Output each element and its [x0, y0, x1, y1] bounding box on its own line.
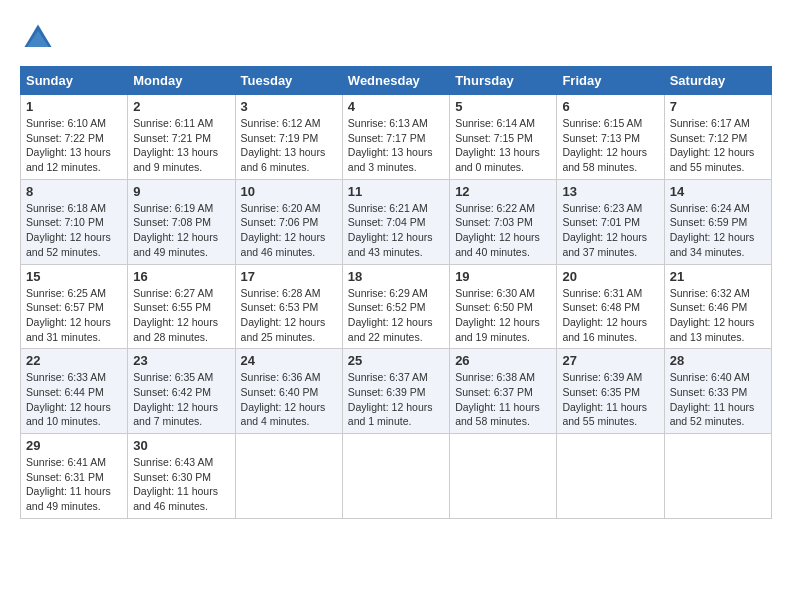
day-number: 24 [241, 353, 337, 368]
day-detail: Sunrise: 6:32 AMSunset: 6:46 PMDaylight:… [670, 287, 755, 343]
day-detail: Sunrise: 6:29 AMSunset: 6:52 PMDaylight:… [348, 287, 433, 343]
calendar-day-19: 19 Sunrise: 6:30 AMSunset: 6:50 PMDaylig… [450, 264, 557, 349]
day-detail: Sunrise: 6:43 AMSunset: 6:30 PMDaylight:… [133, 456, 218, 512]
weekday-header-thursday: Thursday [450, 67, 557, 95]
day-detail: Sunrise: 6:23 AMSunset: 7:01 PMDaylight:… [562, 202, 647, 258]
day-number: 23 [133, 353, 229, 368]
calendar-day-13: 13 Sunrise: 6:23 AMSunset: 7:01 PMDaylig… [557, 179, 664, 264]
empty-cell [664, 434, 771, 519]
day-number: 10 [241, 184, 337, 199]
calendar-day-3: 3 Sunrise: 6:12 AMSunset: 7:19 PMDayligh… [235, 95, 342, 180]
day-number: 22 [26, 353, 122, 368]
weekday-header-sunday: Sunday [21, 67, 128, 95]
day-number: 8 [26, 184, 122, 199]
day-detail: Sunrise: 6:38 AMSunset: 6:37 PMDaylight:… [455, 371, 540, 427]
calendar-day-6: 6 Sunrise: 6:15 AMSunset: 7:13 PMDayligh… [557, 95, 664, 180]
day-detail: Sunrise: 6:25 AMSunset: 6:57 PMDaylight:… [26, 287, 111, 343]
calendar-day-30: 30 Sunrise: 6:43 AMSunset: 6:30 PMDaylig… [128, 434, 235, 519]
calendar-week-4: 22 Sunrise: 6:33 AMSunset: 6:44 PMDaylig… [21, 349, 772, 434]
calendar-day-24: 24 Sunrise: 6:36 AMSunset: 6:40 PMDaylig… [235, 349, 342, 434]
calendar-day-2: 2 Sunrise: 6:11 AMSunset: 7:21 PMDayligh… [128, 95, 235, 180]
calendar-day-22: 22 Sunrise: 6:33 AMSunset: 6:44 PMDaylig… [21, 349, 128, 434]
day-number: 11 [348, 184, 444, 199]
day-number: 14 [670, 184, 766, 199]
weekday-header-monday: Monday [128, 67, 235, 95]
day-detail: Sunrise: 6:41 AMSunset: 6:31 PMDaylight:… [26, 456, 111, 512]
day-detail: Sunrise: 6:27 AMSunset: 6:55 PMDaylight:… [133, 287, 218, 343]
day-number: 30 [133, 438, 229, 453]
calendar-day-18: 18 Sunrise: 6:29 AMSunset: 6:52 PMDaylig… [342, 264, 449, 349]
calendar-week-3: 15 Sunrise: 6:25 AMSunset: 6:57 PMDaylig… [21, 264, 772, 349]
day-number: 1 [26, 99, 122, 114]
day-detail: Sunrise: 6:24 AMSunset: 6:59 PMDaylight:… [670, 202, 755, 258]
day-number: 25 [348, 353, 444, 368]
empty-cell [235, 434, 342, 519]
day-detail: Sunrise: 6:35 AMSunset: 6:42 PMDaylight:… [133, 371, 218, 427]
calendar-day-9: 9 Sunrise: 6:19 AMSunset: 7:08 PMDayligh… [128, 179, 235, 264]
empty-cell [342, 434, 449, 519]
day-number: 18 [348, 269, 444, 284]
day-detail: Sunrise: 6:40 AMSunset: 6:33 PMDaylight:… [670, 371, 755, 427]
empty-cell [557, 434, 664, 519]
day-number: 9 [133, 184, 229, 199]
calendar-day-23: 23 Sunrise: 6:35 AMSunset: 6:42 PMDaylig… [128, 349, 235, 434]
empty-cell [450, 434, 557, 519]
calendar-day-4: 4 Sunrise: 6:13 AMSunset: 7:17 PMDayligh… [342, 95, 449, 180]
calendar-day-11: 11 Sunrise: 6:21 AMSunset: 7:04 PMDaylig… [342, 179, 449, 264]
weekday-header-tuesday: Tuesday [235, 67, 342, 95]
calendar-day-27: 27 Sunrise: 6:39 AMSunset: 6:35 PMDaylig… [557, 349, 664, 434]
logo [20, 20, 62, 56]
calendar-day-14: 14 Sunrise: 6:24 AMSunset: 6:59 PMDaylig… [664, 179, 771, 264]
day-number: 6 [562, 99, 658, 114]
day-number: 19 [455, 269, 551, 284]
calendar-day-17: 17 Sunrise: 6:28 AMSunset: 6:53 PMDaylig… [235, 264, 342, 349]
day-detail: Sunrise: 6:33 AMSunset: 6:44 PMDaylight:… [26, 371, 111, 427]
calendar-day-28: 28 Sunrise: 6:40 AMSunset: 6:33 PMDaylig… [664, 349, 771, 434]
day-number: 16 [133, 269, 229, 284]
calendar-day-21: 21 Sunrise: 6:32 AMSunset: 6:46 PMDaylig… [664, 264, 771, 349]
day-number: 21 [670, 269, 766, 284]
day-detail: Sunrise: 6:36 AMSunset: 6:40 PMDaylight:… [241, 371, 326, 427]
day-detail: Sunrise: 6:15 AMSunset: 7:13 PMDaylight:… [562, 117, 647, 173]
weekday-header-saturday: Saturday [664, 67, 771, 95]
day-number: 15 [26, 269, 122, 284]
page-header [20, 20, 772, 56]
day-detail: Sunrise: 6:18 AMSunset: 7:10 PMDaylight:… [26, 202, 111, 258]
calendar-week-1: 1 Sunrise: 6:10 AMSunset: 7:22 PMDayligh… [21, 95, 772, 180]
day-number: 17 [241, 269, 337, 284]
day-number: 20 [562, 269, 658, 284]
calendar-day-8: 8 Sunrise: 6:18 AMSunset: 7:10 PMDayligh… [21, 179, 128, 264]
day-detail: Sunrise: 6:14 AMSunset: 7:15 PMDaylight:… [455, 117, 540, 173]
day-detail: Sunrise: 6:21 AMSunset: 7:04 PMDaylight:… [348, 202, 433, 258]
day-detail: Sunrise: 6:17 AMSunset: 7:12 PMDaylight:… [670, 117, 755, 173]
calendar-week-2: 8 Sunrise: 6:18 AMSunset: 7:10 PMDayligh… [21, 179, 772, 264]
day-number: 3 [241, 99, 337, 114]
day-detail: Sunrise: 6:31 AMSunset: 6:48 PMDaylight:… [562, 287, 647, 343]
calendar-day-26: 26 Sunrise: 6:38 AMSunset: 6:37 PMDaylig… [450, 349, 557, 434]
day-number: 28 [670, 353, 766, 368]
day-detail: Sunrise: 6:10 AMSunset: 7:22 PMDaylight:… [26, 117, 111, 173]
day-detail: Sunrise: 6:12 AMSunset: 7:19 PMDaylight:… [241, 117, 326, 173]
day-detail: Sunrise: 6:39 AMSunset: 6:35 PMDaylight:… [562, 371, 647, 427]
day-number: 27 [562, 353, 658, 368]
weekday-header-friday: Friday [557, 67, 664, 95]
calendar-day-10: 10 Sunrise: 6:20 AMSunset: 7:06 PMDaylig… [235, 179, 342, 264]
day-number: 26 [455, 353, 551, 368]
day-number: 5 [455, 99, 551, 114]
day-detail: Sunrise: 6:11 AMSunset: 7:21 PMDaylight:… [133, 117, 218, 173]
calendar-day-12: 12 Sunrise: 6:22 AMSunset: 7:03 PMDaylig… [450, 179, 557, 264]
calendar-day-16: 16 Sunrise: 6:27 AMSunset: 6:55 PMDaylig… [128, 264, 235, 349]
calendar-day-7: 7 Sunrise: 6:17 AMSunset: 7:12 PMDayligh… [664, 95, 771, 180]
calendar-day-20: 20 Sunrise: 6:31 AMSunset: 6:48 PMDaylig… [557, 264, 664, 349]
calendar-day-5: 5 Sunrise: 6:14 AMSunset: 7:15 PMDayligh… [450, 95, 557, 180]
calendar-day-29: 29 Sunrise: 6:41 AMSunset: 6:31 PMDaylig… [21, 434, 128, 519]
day-number: 7 [670, 99, 766, 114]
calendar-day-1: 1 Sunrise: 6:10 AMSunset: 7:22 PMDayligh… [21, 95, 128, 180]
weekday-header-wednesday: Wednesday [342, 67, 449, 95]
day-number: 13 [562, 184, 658, 199]
day-detail: Sunrise: 6:37 AMSunset: 6:39 PMDaylight:… [348, 371, 433, 427]
logo-icon [20, 20, 56, 56]
day-detail: Sunrise: 6:30 AMSunset: 6:50 PMDaylight:… [455, 287, 540, 343]
day-number: 29 [26, 438, 122, 453]
calendar-day-15: 15 Sunrise: 6:25 AMSunset: 6:57 PMDaylig… [21, 264, 128, 349]
